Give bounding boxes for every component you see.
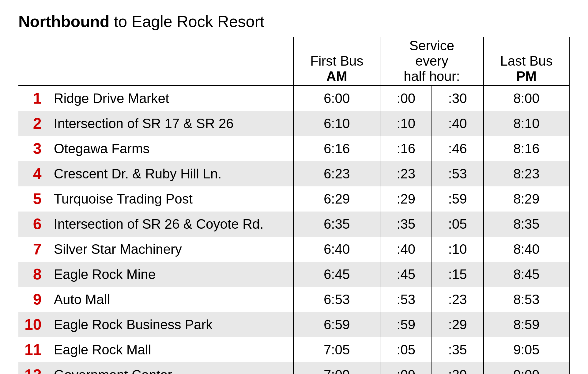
service-time-1: :05 <box>380 337 432 362</box>
stop-number: 12 <box>18 362 48 374</box>
stop-name: Intersection of SR 17 & SR 26 <box>48 111 294 136</box>
table-row: 12Government Center7:09:09:399:09 <box>18 362 569 374</box>
header-row: First Bus AM Service every half hour: La… <box>18 37 569 86</box>
service-time-2: :40 <box>432 111 484 136</box>
service-time-2: :39 <box>432 362 484 374</box>
first-bus-time: 6:16 <box>293 136 380 161</box>
service-time-1: :45 <box>380 262 432 287</box>
service-time-1: :59 <box>380 312 432 337</box>
last-bus-time: 8:45 <box>484 262 569 287</box>
service-time-1: :29 <box>380 186 432 212</box>
service-time-2: :53 <box>432 161 484 186</box>
stop-number: 10 <box>18 312 48 337</box>
table-row: 8Eagle Rock Mine6:45:45:158:45 <box>18 262 569 287</box>
service-time-1: :00 <box>380 86 432 111</box>
table-row: 6Intersection of SR 26 & Coyote Rd.6:35:… <box>18 212 569 237</box>
stop-number: 11 <box>18 337 48 362</box>
service-time-2: :10 <box>432 237 484 262</box>
service-time-2: :23 <box>432 287 484 312</box>
service-label1: Service <box>399 38 465 53</box>
stop-number: 9 <box>18 287 48 312</box>
service-time-2: :15 <box>432 262 484 287</box>
service-time-2: :05 <box>432 212 484 237</box>
stop-number: 3 <box>18 136 48 161</box>
stop-name: Eagle Rock Mine <box>48 262 294 287</box>
stop-name: Silver Star Machinery <box>48 237 294 262</box>
service-time-1: :53 <box>380 287 432 312</box>
title-suffix: to Eagle Rock Resort <box>109 13 264 30</box>
first-bus-time: 7:05 <box>293 337 380 362</box>
first-bus-time: 6:53 <box>293 287 380 312</box>
service-time-1: :35 <box>380 212 432 237</box>
first-bus-time: 6:59 <box>293 312 380 337</box>
table-row: 11Eagle Rock Mall7:05:05:359:05 <box>18 337 569 362</box>
service-time-1: :09 <box>380 362 432 374</box>
service-header: Service every half hour: <box>380 37 484 86</box>
stop-name: Crescent Dr. & Ruby Hill Ln. <box>48 161 294 186</box>
stop-name: Intersection of SR 26 & Coyote Rd. <box>48 212 294 237</box>
first-bus-time: 6:40 <box>293 237 380 262</box>
stop-number: 8 <box>18 262 48 287</box>
last-bus-time: 8:53 <box>484 287 569 312</box>
last-bus-time: 8:10 <box>484 111 569 136</box>
service-time-1: :10 <box>380 111 432 136</box>
service-time-2: :35 <box>432 337 484 362</box>
last-bus-time: 9:05 <box>484 337 569 362</box>
last-bus-time: 8:35 <box>484 212 569 237</box>
stop-number: 6 <box>18 212 48 237</box>
schedule-table: First Bus AM Service every half hour: La… <box>18 37 570 374</box>
last-bus-label1: Last Bus <box>496 53 557 69</box>
service-label2: every <box>399 53 465 69</box>
stop-name: Auto Mall <box>48 287 294 312</box>
stop-name: Ridge Drive Market <box>48 86 294 111</box>
first-bus-time: 6:23 <box>293 161 380 186</box>
table-row: 7Silver Star Machinery6:40:40:108:40 <box>18 237 569 262</box>
service-time-1: :40 <box>380 237 432 262</box>
first-bus-header: First Bus AM <box>293 37 380 86</box>
table-row: 1Ridge Drive Market6:00:00:308:00 <box>18 86 569 111</box>
service-time-2: :59 <box>432 186 484 212</box>
service-time-2: :30 <box>432 86 484 111</box>
table-row: 5Turquoise Trading Post6:29:29:598:29 <box>18 186 569 212</box>
stop-name: Eagle Rock Business Park <box>48 312 294 337</box>
stop-number: 4 <box>18 161 48 186</box>
table-row: 9Auto Mall6:53:53:238:53 <box>18 287 569 312</box>
last-bus-time: 8:00 <box>484 86 569 111</box>
stop-name: Otegawa Farms <box>48 136 294 161</box>
last-bus-label2: PM <box>496 69 557 84</box>
stop-header <box>18 37 293 86</box>
first-bus-time: 6:45 <box>293 262 380 287</box>
stop-name: Government Center <box>48 362 294 374</box>
stop-number: 5 <box>18 186 48 212</box>
title-bold: Northbound <box>18 13 109 30</box>
first-bus-label1: First Bus <box>306 53 368 69</box>
stop-number: 1 <box>18 86 48 111</box>
stop-number: 2 <box>18 111 48 136</box>
first-bus-time: 6:29 <box>293 186 380 212</box>
last-bus-time: 8:29 <box>484 186 569 212</box>
service-time-1: :23 <box>380 161 432 186</box>
service-time-1: :16 <box>380 136 432 161</box>
last-bus-time: 8:40 <box>484 237 569 262</box>
table-row: 4Crescent Dr. & Ruby Hill Ln.6:23:23:538… <box>18 161 569 186</box>
last-bus-time: 8:16 <box>484 136 569 161</box>
service-time-2: :29 <box>432 312 484 337</box>
last-bus-time: 8:59 <box>484 312 569 337</box>
stop-name: Turquoise Trading Post <box>48 186 294 212</box>
page-title: Northbound to Eagle Rock Resort <box>18 12 570 31</box>
table-row: 2Intersection of SR 17 & SR 266:10:10:40… <box>18 111 569 136</box>
first-bus-time: 7:09 <box>293 362 380 374</box>
service-label3: half hour: <box>399 69 465 84</box>
table-row: 10Eagle Rock Business Park6:59:59:298:59 <box>18 312 569 337</box>
last-bus-time: 8:23 <box>484 161 569 186</box>
schedule-body: 1Ridge Drive Market6:00:00:308:002Inters… <box>18 86 569 374</box>
first-bus-time: 6:00 <box>293 86 380 111</box>
stop-number: 7 <box>18 237 48 262</box>
last-bus-time: 9:09 <box>484 362 569 374</box>
first-bus-label2: AM <box>306 69 368 84</box>
table-row: 3Otegawa Farms6:16:16:468:16 <box>18 136 569 161</box>
first-bus-time: 6:35 <box>293 212 380 237</box>
first-bus-time: 6:10 <box>293 111 380 136</box>
schedule-container: Northbound to Eagle Rock Resort First Bu… <box>18 12 570 374</box>
service-time-2: :46 <box>432 136 484 161</box>
